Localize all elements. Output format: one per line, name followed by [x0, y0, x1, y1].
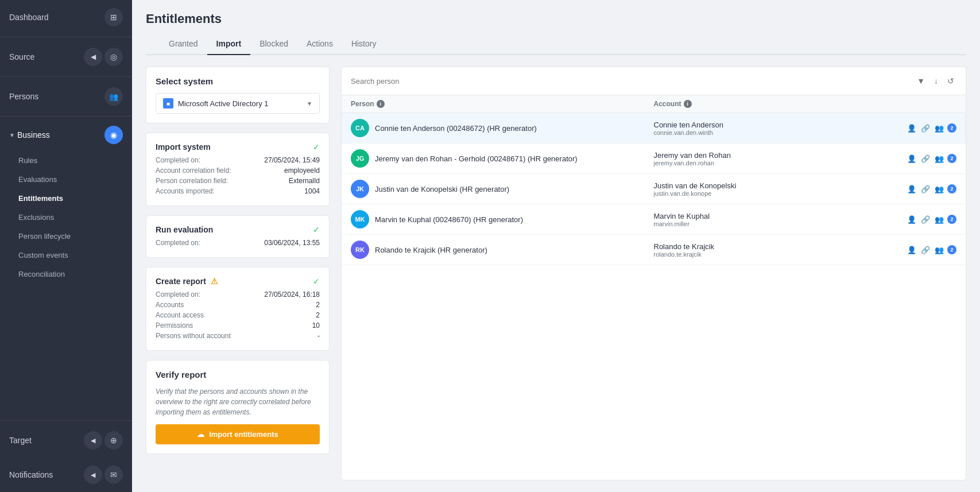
account-cell: Jeremy van den Rohan jeremy.van.den.roha… — [654, 151, 957, 166]
account-info-icon[interactable]: i — [684, 100, 692, 108]
person-action-button[interactable]: 👤 — [906, 184, 917, 195]
ad-icon: ■ — [163, 98, 173, 109]
account-actions: 👤 🔗 👥 2 — [906, 123, 956, 134]
sidebar-item-person-lifecycle[interactable]: Person lifecycle — [0, 227, 132, 246]
search-input[interactable] — [351, 77, 910, 86]
group-action-button[interactable]: 👥 — [933, 245, 945, 255]
tab-blocked[interactable]: Blocked — [250, 33, 297, 55]
system-dropdown[interactable]: ■ Microsoft Active Directory 1 ▼ — [156, 93, 320, 114]
import-completed-row: Completed on: 27/05/2024, 15:49 — [156, 155, 320, 165]
person-action-button[interactable]: 👤 — [906, 153, 917, 164]
sidebar-item-evaluations[interactable]: Evaluations — [0, 170, 132, 189]
account-badge: 2 — [947, 154, 956, 163]
person-action-button[interactable]: 👤 — [906, 123, 917, 134]
account-username: justin.van.de.konope — [654, 190, 737, 197]
sidebar-item-custom-events[interactable]: Custom events — [0, 246, 132, 265]
person-name: Jeremy van den Rohan - Gerhold (00248671… — [375, 154, 578, 163]
account-info: Jeremy van den Rohan jeremy.van.den.roha… — [654, 151, 731, 166]
run-evaluation-header: Run evaluation ✓ — [156, 225, 320, 234]
tab-history[interactable]: History — [342, 33, 386, 55]
dashboard-icon: ⊞ — [104, 8, 123, 26]
account-correlation-label: Account correlation field: — [156, 166, 231, 175]
person-name: Rolando te Krajcik (HR generator) — [375, 246, 487, 254]
import-cloud-icon: ☁ — [197, 430, 204, 439]
account-name: Marvin te Kuphal — [654, 212, 710, 220]
table-body: CA Connie ten Anderson (00248672) (HR ge… — [342, 113, 966, 480]
account-actions: 👤 🔗 👥 2 — [906, 153, 956, 164]
account-username: marvin.miller — [654, 220, 710, 227]
account-badge: 2 — [947, 215, 956, 224]
table-row[interactable]: JG Jeremy van den Rohan - Gerhold (00248… — [342, 144, 966, 174]
create-report-title: Create report ⚠ — [156, 277, 218, 286]
account-badge: 2 — [947, 184, 956, 193]
col-account-header: Account i — [654, 100, 957, 108]
sidebar-item-reconciliation[interactable]: Reconciliation — [0, 265, 132, 284]
notifications-nav-icon: ✉ — [104, 466, 123, 484]
person-cell: JK Justin van de Konopelski (HR generato… — [351, 180, 654, 198]
account-cell: Rolando te Krajcik rolando.te.krajcik 👤 … — [654, 242, 957, 258]
import-system-check-icon: ✓ — [313, 142, 320, 152]
group-action-button[interactable]: 👥 — [933, 153, 945, 164]
import-entitlements-button[interactable]: ☁ Import entitlements — [156, 424, 320, 444]
create-report-check-icon: ✓ — [313, 277, 320, 286]
sidebar-item-target[interactable]: Target ◀ ⊕ — [0, 423, 132, 458]
sidebar-item-source[interactable]: Source ◀ ◎ — [0, 40, 132, 74]
sidebar-item-persons[interactable]: Persons 👥 — [0, 79, 132, 114]
download-button[interactable]: ↓ — [932, 74, 940, 88]
search-actions: ▼ ↓ ↺ — [915, 74, 956, 88]
link-action-button[interactable]: 🔗 — [920, 245, 931, 255]
tab-granted[interactable]: Granted — [160, 33, 207, 55]
import-completed-val: 27/05/2024, 15:49 — [264, 156, 320, 164]
filter-button[interactable]: ▼ — [915, 74, 927, 88]
account-username: rolando.te.krajcik — [654, 251, 715, 258]
avatar: JG — [351, 149, 369, 168]
account-username: jeremy.van.den.rohan — [654, 160, 731, 166]
person-info-icon[interactable]: i — [377, 100, 385, 108]
group-action-button[interactable]: 👥 — [933, 214, 945, 225]
sidebar-item-exclusions[interactable]: Exclusions — [0, 208, 132, 227]
create-report-completed-val: 27/05/2024, 16:18 — [264, 290, 320, 299]
person-action-button[interactable]: 👤 — [906, 214, 917, 225]
table-row[interactable]: RK Rolando te Krajcik (HR generator) Rol… — [342, 235, 966, 265]
person-action-button[interactable]: 👤 — [906, 245, 917, 255]
avatar: RK — [351, 241, 369, 259]
page-title: Entitlements — [146, 11, 966, 26]
selected-system: Microsoft Active Directory 1 — [178, 99, 307, 108]
account-info: Marvin te Kuphal marvin.miller — [654, 212, 710, 227]
import-system-header: Import system ✓ — [156, 142, 320, 152]
link-action-button[interactable]: 🔗 — [920, 214, 931, 225]
persons-without-account-label: Persons without account — [156, 332, 231, 340]
refresh-button[interactable]: ↺ — [945, 74, 956, 88]
create-report-completed-label: Completed on: — [156, 290, 200, 299]
sidebar-item-dashboard[interactable]: Dashboard ⊞ — [0, 0, 132, 34]
link-action-button[interactable]: 🔗 — [920, 153, 931, 164]
run-evaluation-check-icon: ✓ — [313, 225, 320, 234]
person-correlation-val: ExternalId — [289, 177, 320, 185]
sidebar-item-rules[interactable]: Rules — [0, 151, 132, 170]
avatar: JK — [351, 180, 369, 198]
account-name: Rolando te Krajcik — [654, 242, 715, 251]
table-row[interactable]: CA Connie ten Anderson (00248672) (HR ge… — [342, 113, 966, 144]
sidebar-item-entitlements[interactable]: Entitlements — [0, 189, 132, 208]
accounts-label: Accounts — [156, 301, 184, 309]
account-correlation-val: employeeId — [284, 166, 320, 175]
tab-actions[interactable]: Actions — [297, 33, 342, 55]
account-name: Jeremy van den Rohan — [654, 151, 731, 160]
link-action-button[interactable]: 🔗 — [920, 123, 931, 134]
select-system-title: Select system — [156, 76, 320, 86]
content-area: Select system ■ Microsoft Active Directo… — [132, 55, 980, 492]
account-actions: 👤 🔗 👥 2 — [906, 245, 956, 255]
notifications-chevron-icon: ◀ — [84, 466, 102, 484]
tab-import[interactable]: Import — [207, 33, 251, 55]
group-action-button[interactable]: 👥 — [933, 184, 945, 195]
table-row[interactable]: MK Marvin te Kuphal (00248670) (HR gener… — [342, 204, 966, 235]
link-action-button[interactable]: 🔗 — [920, 184, 931, 195]
sidebar-item-business[interactable]: ▼ Business ◉ — [0, 119, 132, 151]
table-row[interactable]: JK Justin van de Konopelski (HR generato… — [342, 174, 966, 204]
dropdown-arrow-icon: ▼ — [307, 100, 312, 107]
account-name: Justin van de Konopelski — [654, 181, 737, 190]
import-system-title: Import system — [156, 142, 211, 152]
business-submenu: Rules Evaluations Entitlements Exclusion… — [0, 151, 132, 284]
sidebar-item-notifications[interactable]: Notifications ◀ ✉ — [0, 458, 132, 492]
group-action-button[interactable]: 👥 — [933, 123, 945, 134]
